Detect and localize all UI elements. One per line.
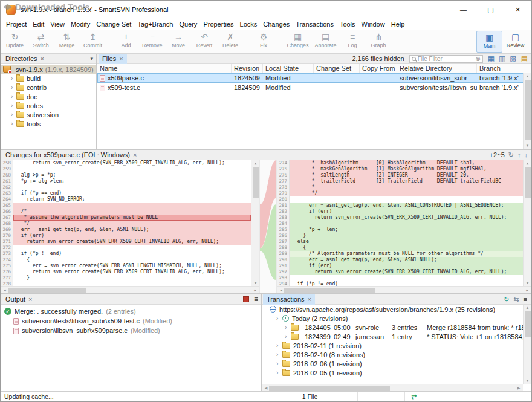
scrollbar-thumb[interactable] (269, 386, 390, 391)
scrollbar-thumb[interactable] (284, 288, 375, 293)
changes-button[interactable]: ▦ Changes (284, 31, 312, 53)
menu-item[interactable]: Edit (30, 21, 47, 28)
scroll-right-icon[interactable]: ▶ (252, 288, 258, 292)
scroll-down-icon[interactable]: ▼ (526, 143, 530, 149)
menu-item[interactable]: Properties (200, 21, 236, 28)
merge-button[interactable]: ⇅ Merge (54, 31, 80, 53)
menu-item[interactable]: Locks (237, 21, 261, 28)
scroll-down-icon[interactable]: ▼ (527, 280, 529, 286)
output-entry[interactable]: Merge: . successfully merged. (2 entries… (1, 306, 261, 316)
refresh-icon[interactable]: ↻ (504, 296, 509, 303)
graph-button[interactable]: ⋔ Graph (366, 31, 392, 53)
delete-button[interactable]: ✗ Delete (218, 31, 244, 53)
column-header[interactable]: Name (97, 64, 232, 73)
transaction-row[interactable]: › 2018-02-05 (1 revision) (262, 368, 523, 377)
close-tab-icon[interactable]: × (41, 55, 44, 62)
transaction-row[interactable]: › 1824399 02:49 jamessan 1 entry * STATU… (262, 332, 523, 341)
file-row[interactable]: x509parse.c 1824509 Modified subversion/… (97, 73, 531, 83)
column-header[interactable]: Branch (477, 64, 531, 73)
close-button[interactable]: ✕ (504, 1, 531, 19)
column-header[interactable]: Revision (232, 64, 263, 73)
column-header[interactable]: Copy From (360, 64, 397, 73)
file-filter[interactable]: ⊗ (409, 55, 483, 63)
menu-item[interactable]: Query (176, 21, 200, 28)
chevron-right-icon[interactable]: › (11, 75, 16, 82)
annotate-button[interactable]: ▤ Annotate (312, 31, 340, 53)
add-button[interactable]: + Add (113, 31, 139, 53)
scroll-down-icon[interactable]: ▼ (255, 280, 257, 286)
chevron-right-icon[interactable]: › (11, 111, 16, 118)
chevron-right-icon[interactable]: › (276, 369, 282, 376)
tree-item-root[interactable]: svn-1.9.x (1.9.x, 1824509) (1, 65, 96, 74)
tab-transactions[interactable]: Transactions × (263, 294, 315, 305)
close-tab-icon[interactable]: × (28, 296, 32, 303)
menu-icon[interactable]: ≡ (254, 295, 258, 303)
menu-item[interactable]: Project (3, 21, 30, 28)
chevron-right-icon[interactable]: › (276, 315, 282, 322)
main-view-button[interactable]: ▣ Main (476, 31, 502, 53)
repository-root-row[interactable]: https://svn.apache.org/repos/asf/subvers… (262, 305, 523, 314)
log-button[interactable]: ≡ Log (340, 31, 366, 53)
scroll-right-icon[interactable]: ▶ (524, 288, 530, 292)
chevron-right-icon[interactable]: › (285, 324, 291, 331)
scroll-up-icon[interactable]: ▲ (255, 160, 257, 166)
scroll-up-icon[interactable]: ▲ (527, 160, 529, 166)
chevron-right-icon[interactable]: › (276, 360, 282, 367)
output-entry[interactable]: subversion\tests\libsvn_subr\x509-test.c… (1, 316, 261, 326)
update-button[interactable]: ↻ Update (2, 31, 28, 53)
scroll-down-icon[interactable]: ▼ (526, 378, 530, 384)
remove-button[interactable]: − Remove (139, 31, 166, 53)
chevron-right-icon[interactable]: › (276, 351, 282, 358)
scrollbar-thumb[interactable] (525, 80, 531, 140)
commit-button[interactable]: ↥ Commit (80, 31, 106, 53)
transactions-vscrollbar[interactable]: ▲ ▼ (523, 305, 531, 384)
scrollbar-thumb[interactable] (525, 311, 531, 337)
column-header[interactable]: Relative Directory (397, 64, 477, 73)
scroll-left-icon[interactable]: ◀ (2, 288, 8, 292)
menu-item[interactable]: Change Set (93, 21, 134, 28)
chevron-right-icon[interactable]: › (11, 93, 16, 100)
column-header[interactable]: Local State (263, 64, 314, 73)
sync-icon[interactable]: ⇄ (411, 393, 417, 401)
tree-item[interactable]: › subversion (1, 110, 96, 119)
scrollbar-thumb[interactable] (525, 167, 531, 198)
transaction-row[interactable]: › 2018-02-10 (8 revisions) (262, 350, 523, 359)
transactions-hscrollbar[interactable]: ◀ ▶ (262, 384, 523, 391)
scrollbar-thumb[interactable] (8, 288, 86, 293)
transaction-row[interactable]: › 2018-02-06 (1 revision) (262, 359, 523, 368)
scrollbar-thumb[interactable] (253, 167, 259, 198)
tab-changes[interactable]: Changes for x509parse.c (EOL: Windows) × (2, 150, 140, 160)
close-tab-icon[interactable]: × (133, 151, 137, 158)
previous-change-icon[interactable]: ↑ (517, 151, 521, 158)
dropdown-icon[interactable]: ▾ (87, 56, 96, 62)
table-view-icon[interactable]: ▦ (488, 54, 495, 63)
refresh-icon[interactable]: ↻ (508, 151, 514, 159)
chevron-right-icon[interactable]: › (11, 120, 16, 127)
tree-item[interactable]: › tools (1, 119, 96, 128)
chevron-right-icon[interactable]: › (276, 342, 282, 349)
tree-item[interactable]: › contrib (1, 83, 96, 92)
switch-button[interactable]: ⇄ Switch (28, 31, 54, 53)
menu-item[interactable]: Transactions (293, 21, 337, 28)
menu-item[interactable]: Changes (260, 21, 293, 28)
close-tab-icon[interactable]: × (308, 296, 311, 303)
tab-output[interactable]: Output × (2, 294, 36, 305)
menu-item[interactable]: View (47, 21, 68, 28)
move-button[interactable]: → Move (166, 31, 192, 53)
diff-right-lines[interactable]: 274 * hashAlgorithm [0] HashAlgorithm DE… (277, 160, 523, 286)
menu-item[interactable]: Modify (68, 21, 93, 28)
scroll-up-icon[interactable]: ▲ (526, 305, 530, 311)
transaction-row[interactable]: › 1824405 05:00 svn-role 3 entries Merge… (262, 323, 523, 332)
fix-button[interactable]: ⚙ Fix (251, 31, 277, 53)
menu-item[interactable]: Window (358, 21, 388, 28)
chevron-right-icon[interactable]: › (11, 84, 16, 91)
diff-right-hscrollbar[interactable]: ◀ ▶ (277, 286, 531, 293)
next-change-icon[interactable]: ↓ (525, 151, 528, 158)
transaction-row[interactable]: › Today (2 revisions) (262, 314, 523, 323)
stop-icon[interactable] (243, 296, 249, 302)
scroll-left-icon[interactable]: ◀ (263, 386, 269, 390)
output-entry[interactable]: subversion\libsvn_subr\x509parse.c (Modi… (1, 326, 261, 336)
diff-left-vscrollbar[interactable]: ▲ ▼ (251, 160, 259, 286)
diff-left-lines[interactable]: 258 return svn_error_create(SVN_ERR_X509… (1, 160, 251, 286)
chevron-right-icon[interactable]: › (285, 333, 291, 340)
